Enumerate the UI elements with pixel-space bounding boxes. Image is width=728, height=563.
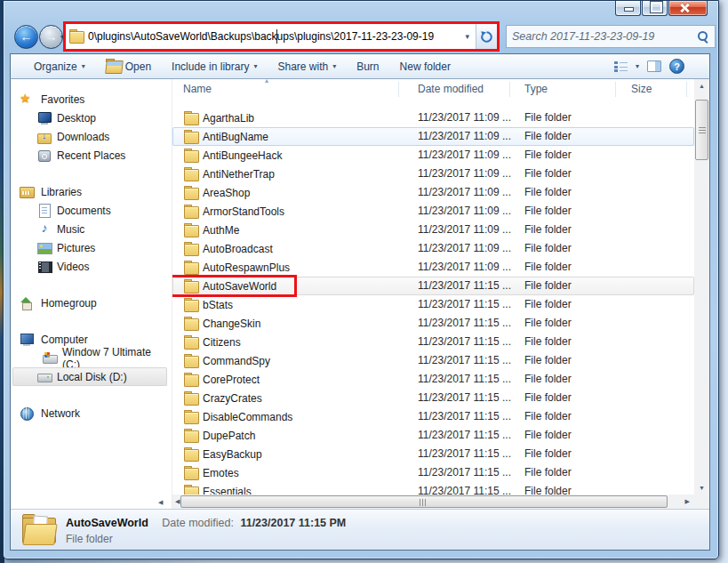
file-row[interactable]: AntiNetherTrap 11/23/2017 11:09 ... File… [172,165,694,183]
toolbar-new-folder-button[interactable]: New folder [400,60,451,73]
sidebar-item-documents[interactable]: Documents [11,201,172,220]
folder-icon [184,337,197,348]
file-name: DisableCommands [203,411,292,423]
sidebar-item-local-disk-d[interactable]: Local Disk (D:) [12,367,167,386]
recent-icon [37,149,52,162]
details-modified-value: 11/23/2017 11:15 PM [240,517,346,529]
maximize-button[interactable] [642,1,668,16]
file-row[interactable]: AuthMe 11/23/2017 11:09 ... File folder [172,221,694,239]
file-row[interactable]: DupePatch 11/23/2017 11:15 ... File fold… [172,426,694,445]
folder-icon [184,244,197,254]
details-modified-label: Date modified: [162,517,234,529]
refresh-button[interactable] [476,24,497,49]
file-row[interactable]: AutoBroadcast 11/23/2017 11:09 ... File … [172,239,694,258]
folder-icon [184,225,197,236]
close-button[interactable] [668,1,708,16]
search-input[interactable]: Search 2017-11-23-23-09-19 [506,25,716,48]
file-row[interactable]: CrazyCrates 11/23/2017 11:15 ... File fo… [172,389,694,407]
scroll-right-icon[interactable]: ▶ [685,498,690,505]
command-toolbar: Organize ▾ Open Include in library ▾ Sha… [10,53,710,79]
file-row[interactable]: AutoSaveWorld 11/23/2017 11:15 ... File … [172,277,694,295]
file-list: ▴ Name Date modified Type Size AgarthaLi… [172,79,709,509]
column-header-size[interactable]: Size [631,79,652,100]
folder-icon [184,281,197,292]
file-row[interactable]: ArmorStandTools 11/23/2017 11:09 ... Fil… [172,202,694,221]
toolbar-right-icons: ▾ ? [614,54,684,78]
file-row[interactable]: AgarthaLib 11/23/2017 11:09 ... File fol… [172,109,694,127]
file-name: CrazyCrates [203,392,262,405]
toolbar-burn-button[interactable]: Burn [356,60,379,73]
column-divider[interactable] [686,82,687,97]
scroll-down-icon[interactable]: ▼ [694,485,709,491]
file-type: File folder [524,445,572,463]
column-divider[interactable] [398,82,399,97]
file-row[interactable]: Essentials 11/23/2017 11:15 ... File fol… [172,482,694,495]
horizontal-scrollbar-thumb[interactable] [180,495,668,508]
file-type: File folder [524,165,572,183]
address-path[interactable]: 0\plugins\AutoSaveWorld\Backups\backups\… [88,30,462,43]
file-row[interactable]: Citizens 11/23/2017 11:15 ... File folde… [172,333,694,351]
file-type: File folder [524,333,572,351]
column-divider[interactable] [509,82,510,97]
file-row[interactable]: CommandSpy 11/23/2017 11:15 ... File fol… [172,351,694,370]
address-dropdown-icon[interactable]: ▾ [462,32,472,41]
drive-d-icon [37,370,52,383]
file-date-modified: 11/23/2017 11:15 ... [418,370,511,389]
column-header-date-modified[interactable]: Date modified [418,79,484,100]
sidebar-item-music[interactable]: ♪ Music [11,220,172,238]
file-type: File folder [524,351,572,370]
sidebar-item-desktop[interactable]: Desktop [11,109,172,127]
file-row[interactable]: AntiBungeeHack 11/23/2017 11:09 ... File… [172,146,694,165]
toolbar-include-in-library-button[interactable]: Include in library ▾ [172,60,257,73]
horizontal-scrollbar[interactable]: ◀ ▶ [172,495,694,509]
folder-icon [184,412,197,422]
file-row[interactable]: DisableCommands 11/23/2017 11:15 ... Fil… [172,407,694,426]
column-header-name[interactable]: Name [183,79,212,100]
sidebar-item-network[interactable]: Network [11,404,172,422]
sidebar-scroll-left-icon[interactable]: ◀ [158,499,163,506]
scroll-up-icon[interactable]: ▲ [694,83,709,89]
folder-icon [184,150,197,161]
sidebar-item-pictures[interactable]: Pictures [11,238,172,257]
address-bar[interactable]: 0\plugins\AutoSaveWorld\Backups\backups\… [66,24,476,49]
minimize-button[interactable] [615,1,641,16]
column-divider[interactable] [615,82,616,97]
file-row[interactable]: CoreProtect 11/23/2017 11:15 ... File fo… [172,370,694,389]
search-icon[interactable] [698,31,709,43]
favorites-icon [20,92,34,106]
file-row[interactable]: Emotes 11/23/2017 11:15 ... File folder [172,463,694,482]
sidebar-item-window-7-ultimate-c[interactable]: Window 7 Ultimate (C:) [11,349,172,367]
file-row[interactable]: AutoRespawnPlus 11/23/2017 11:09 ... Fil… [172,258,694,277]
change-view-icon[interactable] [614,60,628,72]
file-row[interactable]: AntiBugName 11/23/2017 11:09 ... File fo… [172,127,694,146]
sidebar-item-recent-places[interactable]: Recent Places [11,146,172,165]
sidebar-item-downloads[interactable]: Downloads [11,127,172,146]
sidebar-item-videos[interactable]: Videos [11,257,172,276]
file-row[interactable]: ChangeSkin 11/23/2017 11:15 ... File fol… [172,314,694,333]
file-row[interactable]: AreaShop 11/23/2017 11:09 ... File folde… [172,183,694,202]
folder-icon [184,262,197,273]
change-view-dropdown-icon[interactable]: ▾ [636,62,639,70]
vertical-scrollbar-thumb[interactable] [695,100,708,160]
back-button[interactable]: ← [14,25,38,49]
column-header-type[interactable]: Type [524,79,548,100]
chevron-down-icon: ▾ [253,62,257,70]
toolbar-open-button[interactable]: Open [106,60,151,73]
preview-pane-icon[interactable] [647,60,661,72]
sidebar-item-homegroup[interactable]: Homegroup [11,294,172,312]
sort-ascending-icon: ▴ [265,79,268,84]
file-date-modified: 11/23/2017 11:15 ... [418,295,511,314]
file-type: File folder [524,370,572,389]
toolbar-organize-button[interactable]: Organize ▾ [34,60,85,73]
sidebar-item-favorites[interactable]: Favorites [11,90,172,109]
forward-button[interactable]: → [39,25,63,49]
file-name: Essentials [203,486,252,495]
documents-icon [37,204,52,217]
file-row[interactable]: bStats 11/23/2017 11:15 ... File folder [172,295,694,314]
help-icon[interactable]: ? [669,59,684,74]
file-row[interactable]: EasyBackup 11/23/2017 11:15 ... File fol… [172,445,694,463]
scroll-left-icon[interactable]: ◀ [175,498,180,505]
toolbar-share-with-button[interactable]: Share with ▾ [277,60,336,73]
sidebar-item-libraries[interactable]: Libraries [11,182,172,201]
vertical-scrollbar[interactable]: ▲ ▼ [694,79,709,495]
